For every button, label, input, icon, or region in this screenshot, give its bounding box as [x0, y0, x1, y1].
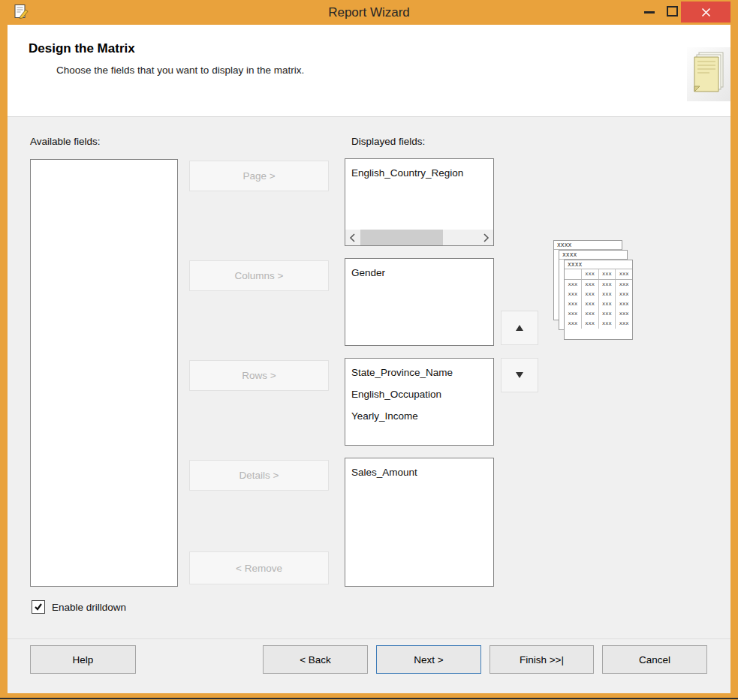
matrix-grid-cell: xxx — [598, 290, 616, 299]
drilldown-checkbox[interactable] — [32, 600, 45, 614]
matrix-grid-cell: xxx — [581, 280, 598, 290]
matrix-grid-cell: xxx — [615, 269, 632, 279]
preview-page-header: xxxx — [554, 241, 622, 250]
column-fields-box[interactable]: Gender — [345, 258, 494, 346]
detail-fields-box[interactable]: Sales_Amount — [345, 458, 494, 587]
help-button[interactable]: Help — [30, 645, 136, 674]
row-field-item[interactable]: Yearly_Income — [345, 405, 493, 427]
maximize-icon[interactable] — [667, 6, 678, 17]
titlebar[interactable]: Report Wizard — [0, 0, 738, 25]
move-up-button[interactable] — [501, 311, 538, 345]
checkmark-icon — [34, 602, 43, 611]
matrix-grid-cell: xxx — [581, 290, 598, 299]
matrix-grid-cell: xxx — [615, 319, 632, 329]
scroll-thumb[interactable] — [360, 230, 443, 245]
up-arrow-icon — [516, 325, 523, 331]
preview-page-header: xxxx — [565, 260, 632, 269]
banner-icon-panel — [687, 47, 730, 101]
page-title: Design the Matrix — [29, 41, 135, 56]
window-title: Report Wizard — [0, 0, 738, 25]
displayed-fields-label: Displayed fields: — [351, 136, 425, 147]
column-field-item[interactable]: Gender — [345, 259, 493, 284]
down-arrow-icon — [516, 372, 523, 378]
chevron-left-icon — [349, 233, 357, 243]
matrix-grid-row: xxxxxxxxxxxx — [565, 319, 632, 329]
matrix-grid-cell: xxx — [615, 299, 632, 309]
rows-transfer-button[interactable]: Rows > — [189, 360, 329, 391]
move-down-button[interactable] — [501, 358, 538, 392]
matrix-grid: xxxxxxxxxxxxxxxxxxxxxxxxxxxxxxxxxxxxxxxx… — [565, 269, 632, 329]
matrix-grid-cell: xxx — [565, 309, 581, 319]
matrix-grid-cell: xxx — [598, 319, 616, 329]
matrix-grid-cell: xxx — [581, 299, 598, 309]
matrix-grid-row: xxxxxxxxxxxx — [565, 280, 632, 290]
report-pages-icon — [692, 51, 725, 98]
page-subtitle: Choose the fields that you want to displ… — [56, 65, 304, 76]
matrix-grid-row: xxxxxxxxxxxx — [565, 290, 632, 299]
columns-transfer-button[interactable]: Columns > — [189, 260, 329, 291]
finish-button[interactable]: Finish >>| — [489, 645, 594, 674]
matrix-grid-cell: xxx — [565, 319, 581, 329]
matrix-grid-cell: xxx — [581, 319, 598, 329]
back-button[interactable]: < Back — [263, 645, 368, 674]
report-wizard-window: Report Wizard Design the Matrix Choose t… — [0, 0, 738, 700]
matrix-grid-cell — [565, 269, 581, 279]
matrix-grid-row: xxxxxxxxxxxx — [565, 299, 632, 309]
matrix-preview-illustration: xxxx xxxx xxxx xxxxxxxxxxxxxxxxxxxxxxxxx… — [553, 240, 639, 342]
close-button[interactable] — [681, 2, 730, 23]
matrix-grid-row: xxxxxxxxx — [565, 269, 632, 280]
close-icon — [701, 8, 711, 17]
drilldown-label: Enable drilldown — [52, 602, 126, 613]
available-fields-label: Available fields: — [30, 136, 101, 147]
available-fields-list[interactable] — [30, 159, 178, 587]
page-field-item[interactable]: English_Country_Region — [345, 159, 493, 184]
row-fields-box[interactable]: State_Province_Name English_Occupation Y… — [345, 358, 494, 446]
detail-field-item[interactable]: Sales_Amount — [345, 458, 493, 483]
wizard-banner: Design the Matrix Choose the fields that… — [8, 25, 730, 117]
wizard-dialog: Design the Matrix Choose the fields that… — [8, 25, 730, 693]
matrix-grid-cell: xxx — [598, 269, 616, 279]
matrix-grid-cell: xxx — [565, 299, 581, 309]
page-transfer-button[interactable]: Page > — [189, 161, 329, 191]
matrix-grid-cell: xxx — [581, 309, 598, 319]
scroll-right-button[interactable] — [478, 230, 493, 245]
row-field-item[interactable]: English_Occupation — [345, 383, 493, 405]
matrix-grid-row: xxxxxxxxxxxx — [565, 309, 632, 319]
preview-page-header: xxxx — [559, 251, 627, 260]
enable-drilldown-row[interactable]: Enable drilldown — [32, 600, 126, 614]
row-field-item[interactable]: State_Province_Name — [345, 359, 493, 383]
matrix-grid-cell: xxx — [615, 290, 632, 299]
preview-page-front: xxxx xxxxxxxxxxxxxxxxxxxxxxxxxxxxxxxxxxx… — [564, 260, 633, 340]
matrix-grid-cell: xxx — [598, 280, 616, 290]
remove-transfer-button[interactable]: < Remove — [189, 551, 329, 584]
chevron-right-icon — [482, 233, 489, 243]
matrix-grid-cell: xxx — [615, 280, 632, 290]
horizontal-scrollbar[interactable] — [345, 230, 493, 245]
footer-divider — [8, 638, 730, 639]
next-button[interactable]: Next > — [376, 645, 481, 674]
matrix-grid-cell: xxx — [565, 280, 581, 290]
matrix-grid-cell: xxx — [598, 309, 616, 319]
details-transfer-button[interactable]: Details > — [189, 460, 329, 491]
matrix-grid-cell: xxx — [565, 290, 581, 299]
cancel-button[interactable]: Cancel — [602, 645, 707, 674]
matrix-grid-cell: xxx — [581, 269, 598, 279]
scroll-left-button[interactable] — [345, 230, 360, 245]
matrix-grid-cell: xxx — [615, 309, 632, 319]
matrix-grid-cell: xxx — [598, 299, 616, 309]
minimize-icon[interactable] — [644, 11, 655, 14]
page-fields-box[interactable]: English_Country_Region — [345, 158, 494, 246]
